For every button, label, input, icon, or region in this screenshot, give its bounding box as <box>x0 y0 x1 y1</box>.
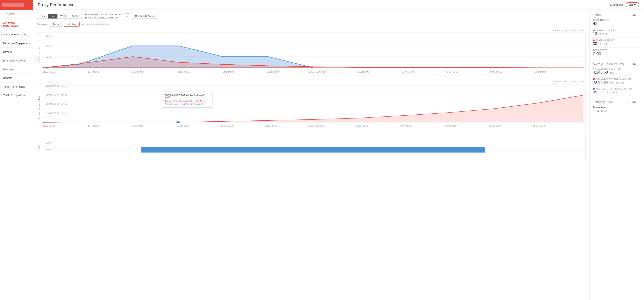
download-icon-traffic: ⇩ <box>637 14 639 16</box>
time-filter-buttons: HourDayWeekCustom <box>37 14 83 19</box>
proxy-stat-card: Traffic by Proxy ⇕ CSV ⇩ calculator 43 <box>593 100 641 112</box>
svg-text:16:00: 16:00 <box>132 125 144 127</box>
download-icon: ⇩ <box>152 15 154 18</box>
total-traffic-value: 43 <box>593 21 641 26</box>
proxy-response-values: 4,095.26 ms 98.91% <box>593 80 641 84</box>
time-btn-day[interactable]: Day <box>48 14 58 18</box>
svg-text:18. Dec: 18. Dec <box>308 125 324 127</box>
sidebar-item-api-proxy-performance[interactable]: API Proxy Performance <box>0 19 33 30</box>
dimension-row: Dimension Proxy calculator only one dime… <box>37 22 586 27</box>
avg-tps-row: AVERAGE TPS 0.00 <box>593 49 641 56</box>
success-dot <box>593 30 595 32</box>
sidebar-item-target-performance[interactable]: Target Performance <box>0 82 33 91</box>
avg-response-row: AVERAGE RESPONSE TIME 4,140.58 ms <box>593 68 641 74</box>
svg-text:40: 40 <box>46 149 51 151</box>
svg-marker-5 <box>43 56 584 68</box>
traffic-stat-card: Traffic CSV ⇩ TOTAL TRAFFIC 43 TRAFFIC S… <box>593 13 641 56</box>
time-btn-hour[interactable]: Hour <box>37 14 48 18</box>
traffic-chart-container[interactable]: Traffic per Hour <box>37 32 586 76</box>
svg-text:20: 20 <box>46 45 52 47</box>
svg-text:22:00: 22:00 <box>266 71 279 73</box>
dimension-calculator-tag[interactable]: calculator <box>64 22 80 27</box>
svg-text:18:00: 18:00 <box>178 71 190 73</box>
proxy-csv-button[interactable]: CSV ⇩ <box>630 100 641 104</box>
svg-text:0 ms: 0 ms <box>46 122 56 124</box>
svg-text:12:00: 12:00 <box>43 71 55 73</box>
bar-chart-container: Traffic 60 40 <box>37 135 586 159</box>
sidebar-item-geomap[interactable]: Geomap <box>0 65 33 74</box>
sidebar-item-traffic-composition[interactable]: Traffic Composition <box>0 91 33 100</box>
time-btn-week[interactable]: Week <box>58 14 69 18</box>
sidebar-item-error-code-analysis[interactable]: Error Code Analysis <box>0 56 33 65</box>
svg-text:40000 ms: 40000 ms <box>46 86 67 87</box>
sidebar-item-devices[interactable]: Devices <box>0 48 33 56</box>
sidebar-item-reports[interactable]: Reports <box>0 74 33 82</box>
svg-text:30000 ms: 30000 ms <box>46 94 67 96</box>
proxy-card-title: Traffic by Proxy <box>593 100 613 104</box>
svg-text:20:00: 20:00 <box>221 125 233 127</box>
svg-text:04:00: 04:00 <box>400 125 412 127</box>
traffic-errors-row: TRAFFIC ERRORS 30 69.77% <box>593 39 641 46</box>
response-chart-panel: Click and drag in chart to zoom in. Aver… <box>37 80 586 131</box>
chart2-zoom-hint: Click and drag in chart to zoom in. <box>37 80 586 82</box>
response-chart-container[interactable]: Average Response Time <box>37 83 586 131</box>
svg-text:16:00: 16:00 <box>132 71 144 73</box>
proxy-response-dot <box>593 78 595 80</box>
avg-tps-value: 0.00 <box>593 51 641 56</box>
svg-text:02:00: 02:00 <box>356 125 368 127</box>
traffic-csv-button[interactable]: CSV ⇩ <box>630 13 641 17</box>
traffic-card-header: Traffic CSV ⇩ <box>593 13 641 17</box>
dimension-proxy-tag[interactable]: Proxy <box>50 22 62 27</box>
svg-text:18. Dec: 18. Dec <box>308 71 325 73</box>
total-traffic-label: TOTAL TRAFFIC <box>593 19 641 21</box>
combined-csv-label: Combined CSV <box>135 15 151 18</box>
svg-text:08:00: 08:00 <box>489 125 501 127</box>
traffic-chart-svg: 0 10 20 30 12:00 14:00 16:00 18:00 20:00 <box>43 35 584 74</box>
svg-text:18:00: 18:00 <box>177 125 189 127</box>
svg-text:12:00: 12:00 <box>43 125 55 127</box>
env-badge[interactable]: test ▼ <box>626 2 639 7</box>
response-chart-svg: 0 ms 10000 ms 20000 ms 30000 ms 40000 ms… <box>43 86 584 128</box>
svg-text:04:00: 04:00 <box>402 71 414 73</box>
traffic-success-values: 13 30.23% <box>593 32 641 36</box>
chart3-y-label: Traffic <box>37 137 43 157</box>
svg-text:10000 ms: 10000 ms <box>46 112 67 114</box>
sidebar-chevron-icon[interactable]: › <box>30 3 30 6</box>
target-response-row: AVERAGE TARGET RESPONSE TIME 45.33 ms 1.… <box>593 88 641 94</box>
dimension-label: Dimension <box>37 23 48 26</box>
sidebar-item-cache-performance[interactable]: Cache Performance <box>0 30 33 39</box>
svg-text:30: 30 <box>46 35 52 37</box>
right-panel: Traffic CSV ⇩ TOTAL TRAFFIC 43 TRAFFIC S… <box>590 10 644 300</box>
proxy-calculator-dot <box>593 106 595 108</box>
date-range: From Mon Dec 17 2018, 11:00 am GMT To Tu… <box>85 13 123 19</box>
chart2-y-label: Average Response Time <box>37 86 43 129</box>
chart2-svg-area[interactable]: 0 ms 10000 ms 20000 ms 30000 ms 40000 ms… <box>43 86 584 129</box>
svg-text:10:00: 10:00 <box>533 125 545 127</box>
combined-csv-button[interactable]: Combined CSV ⇩ <box>132 14 157 19</box>
traffic-errors-values: 30 69.77% <box>593 42 641 46</box>
target-response-values: 45.33 ms 1.09% <box>593 90 641 94</box>
swap-icon[interactable]: ⇆ <box>125 14 130 19</box>
chart1-svg-area[interactable]: 0 10 20 30 12:00 14:00 16:00 18:00 20:00 <box>43 35 584 74</box>
svg-rect-50 <box>141 147 485 152</box>
svg-marker-30 <box>175 121 181 123</box>
total-traffic-row: TOTAL TRAFFIC 43 <box>593 19 641 26</box>
sidebar-item-developer-engagement[interactable]: Developer Engagement <box>0 39 33 48</box>
filter-bar: HourDayWeekCustom From Mon Dec 17 2018, … <box>37 13 586 19</box>
env-value: test <box>629 3 633 6</box>
environment-selector: Environment test ▼ <box>610 2 639 7</box>
chart1-y-label: Traffic per Hour <box>37 35 43 74</box>
svg-text:08:00: 08:00 <box>490 71 502 73</box>
sort-icon[interactable]: ⇕ <box>626 100 628 103</box>
svg-text:06:00: 06:00 <box>444 125 457 127</box>
chart1-zoom-hint: Click and drag in chart to zoom in. <box>37 30 586 32</box>
sidebar-nav: API Proxy PerformanceCache PerformanceDe… <box>0 18 33 300</box>
chart-area: HourDayWeekCustom From Mon Dec 17 2018, … <box>33 10 590 300</box>
response-csv-button[interactable]: CSV ⇩ <box>630 62 641 66</box>
page-title: Proxy Performance <box>38 2 74 8</box>
time-btn-custom[interactable]: Custom <box>69 14 83 18</box>
analyze-nav[interactable]: ← ANALYZE <box>0 10 33 18</box>
avg-tps-label: AVERAGE TPS <box>593 49 641 51</box>
svg-text:10:00: 10:00 <box>534 71 546 73</box>
env-chevron-icon: ▼ <box>634 3 636 6</box>
